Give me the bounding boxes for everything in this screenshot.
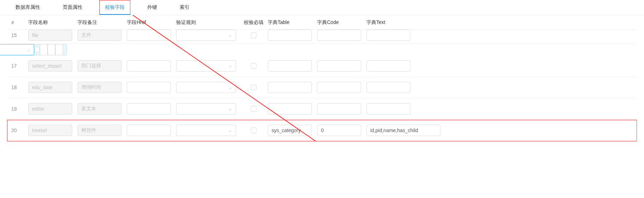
- dict-text-input[interactable]: [366, 125, 440, 136]
- row-index: 19: [7, 106, 28, 112]
- required-checkbox[interactable]: [251, 85, 256, 90]
- dict-code-input[interactable]: [48, 44, 55, 55]
- row-index: 17: [7, 63, 28, 69]
- field-href-input[interactable]: [127, 60, 171, 72]
- table-row: 16 ⌄: [7, 44, 67, 55]
- field-name-input: [28, 82, 72, 93]
- required-checkbox[interactable]: [251, 106, 256, 112]
- dict-text-input[interactable]: [55, 44, 63, 55]
- field-href-input[interactable]: [127, 30, 171, 41]
- col-header-href: 字段Href: [127, 19, 176, 26]
- chevron-down-icon: ⌄: [229, 85, 232, 90]
- dict-table-input[interactable]: [40, 44, 48, 55]
- dict-code-input[interactable]: [317, 30, 361, 41]
- dict-text-input[interactable]: [366, 60, 410, 72]
- col-header-rule: 验证规则: [176, 19, 240, 26]
- validate-rule-select[interactable]: ⌄: [176, 60, 236, 72]
- col-header-text: 字典Text: [366, 19, 444, 26]
- field-href-input[interactable]: [127, 103, 171, 115]
- validate-rule-select[interactable]: ⌄: [0, 44, 34, 55]
- chevron-down-icon: ⌄: [229, 128, 232, 133]
- chevron-down-icon: ⌄: [229, 106, 232, 111]
- field-remark-input: [78, 60, 122, 72]
- tab-validate-fields[interactable]: 校验字段: [99, 0, 130, 15]
- table-row: 15 ⌄: [7, 30, 637, 44]
- field-href-input[interactable]: [127, 82, 171, 93]
- dict-code-input[interactable]: [317, 82, 361, 93]
- dict-table-input[interactable]: [268, 60, 312, 72]
- field-remark-input: [78, 103, 122, 115]
- required-checkbox[interactable]: [251, 32, 256, 38]
- table-row: 18 ⌄: [7, 77, 637, 98]
- required-checkbox[interactable]: [251, 63, 256, 69]
- dict-table-input[interactable]: [268, 125, 312, 136]
- table-row: 20 ⌄: [7, 120, 637, 141]
- validate-rule-select[interactable]: ⌄: [176, 82, 236, 93]
- col-header-table: 字典Table: [268, 19, 317, 26]
- chevron-down-icon: ⌄: [229, 33, 232, 38]
- chevron-down-icon: ⌄: [229, 63, 232, 68]
- col-header-name: 字段名称: [28, 19, 78, 26]
- dict-text-input[interactable]: [366, 30, 410, 41]
- row-index: 20: [7, 128, 28, 133]
- tab-page-attr[interactable]: 页面属性: [57, 0, 88, 15]
- table-header: # 字段名称 字段备注 字段Href 验证规则 校验必填 字典Table 字典C…: [7, 15, 637, 30]
- col-header-remark: 字段备注: [78, 19, 127, 26]
- validate-rule-select[interactable]: ⌄: [176, 103, 236, 115]
- required-checkbox[interactable]: [34, 47, 40, 52]
- field-remark-input: [78, 30, 122, 41]
- field-name-input: [28, 125, 72, 136]
- tabs-bar: 数据库属性 页面属性 校验字段 外键 索引: [0, 0, 644, 15]
- field-name-input: [28, 60, 72, 72]
- dict-text-input[interactable]: [366, 82, 410, 93]
- dict-code-input[interactable]: [317, 60, 361, 72]
- field-name-input: [28, 103, 72, 115]
- col-header-code: 字典Code: [317, 19, 366, 26]
- field-name-input: [28, 30, 72, 41]
- validate-rule-select[interactable]: ⌄: [176, 30, 236, 41]
- col-header-req: 校验必填: [240, 19, 268, 26]
- dict-table-input[interactable]: [268, 103, 312, 115]
- dict-code-input[interactable]: [317, 103, 361, 115]
- tab-index[interactable]: 索引: [174, 0, 195, 15]
- required-checkbox[interactable]: [251, 128, 256, 133]
- chevron-down-icon: ⌄: [27, 47, 30, 52]
- col-header-index: #: [7, 20, 28, 25]
- tab-db-attr[interactable]: 数据库属性: [10, 0, 46, 15]
- dict-table-input[interactable]: [268, 30, 312, 41]
- validate-rule-select[interactable]: ⌄: [176, 125, 236, 136]
- dict-text-input[interactable]: [366, 103, 410, 115]
- field-href-input[interactable]: [127, 125, 171, 136]
- field-remark-input: [78, 125, 122, 136]
- dict-table-input[interactable]: [268, 82, 312, 93]
- table-row: 19 ⌄: [7, 98, 637, 120]
- tab-foreign-key[interactable]: 外键: [142, 0, 163, 15]
- dict-code-input[interactable]: [317, 125, 361, 136]
- field-remark-input: [78, 82, 122, 93]
- field-table: # 字段名称 字段备注 字段Href 验证规则 校验必填 字典Table 字典C…: [0, 15, 644, 141]
- row-index: 18: [7, 85, 28, 90]
- table-row: 17 ⌄: [7, 55, 637, 77]
- row-index: 15: [7, 32, 28, 38]
